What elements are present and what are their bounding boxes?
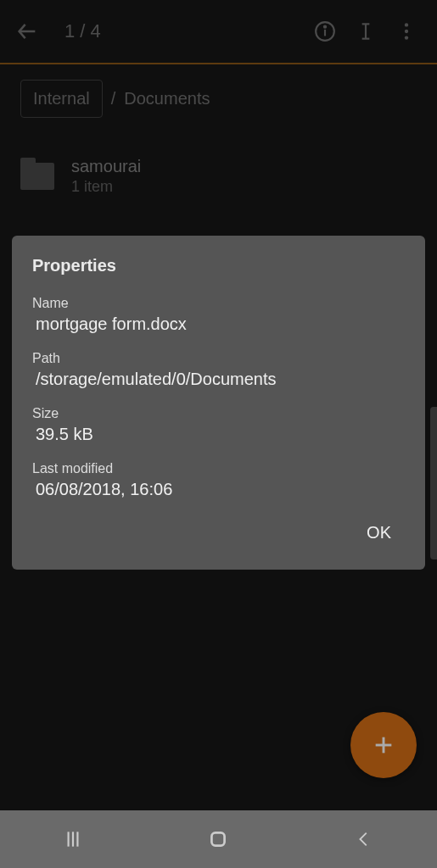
prop-size-label: Size	[32, 406, 405, 421]
prop-path-label: Path	[32, 351, 405, 366]
dialog-title: Properties	[32, 256, 405, 275]
prop-modified-value: 06/08/2018, 16:06	[32, 480, 405, 499]
nav-back-icon[interactable]	[339, 822, 389, 856]
nav-recent-icon[interactable]	[48, 822, 98, 856]
prop-modified-label: Last modified	[32, 461, 405, 476]
prop-name-label: Name	[32, 296, 405, 311]
svg-rect-15	[212, 832, 225, 845]
fab-add-button[interactable]	[350, 712, 417, 778]
ok-button[interactable]: OK	[353, 516, 405, 549]
system-nav-bar	[0, 810, 437, 868]
prop-path-value: /storage/emulated/0/Documents	[32, 370, 405, 389]
properties-dialog: Properties Name mortgage form.docx Path …	[12, 236, 425, 570]
prop-name-value: mortgage form.docx	[32, 314, 405, 334]
prop-size-value: 39.5 kB	[32, 425, 405, 444]
nav-home-icon[interactable]	[193, 822, 244, 856]
